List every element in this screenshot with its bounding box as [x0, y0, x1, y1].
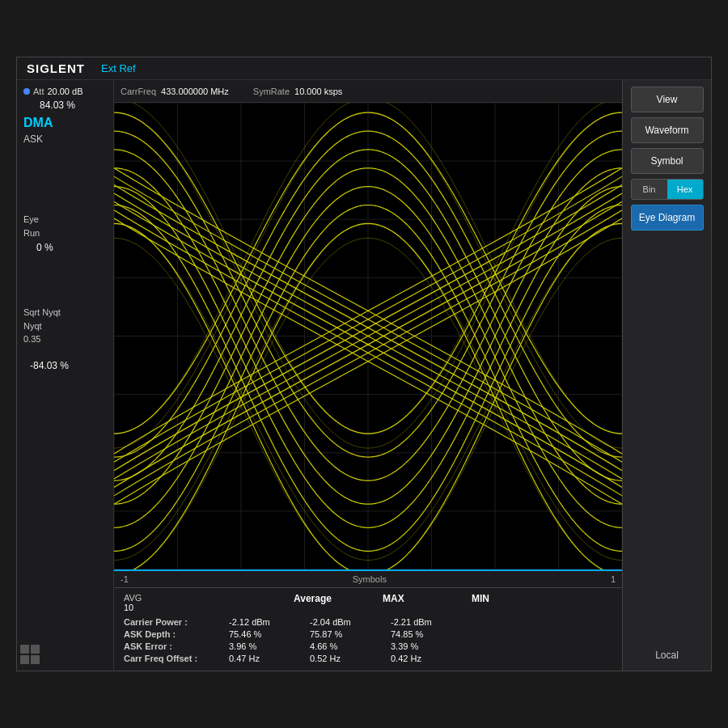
eye-label: Eye [23, 213, 107, 226]
stat-avg: 3.96 % [229, 641, 310, 651]
pct-mid-value: 0 % [36, 242, 53, 253]
stat-max: 75.87 % [310, 629, 391, 639]
run-label: Run [23, 226, 107, 240]
bin-button[interactable]: Bin [632, 180, 667, 199]
sym-rate-value: 10.000 ksps [294, 87, 342, 96]
stat-min: -2.21 dBm [391, 617, 472, 627]
brand-logo: SIGLENT [27, 61, 85, 75]
avg-label: AVG [124, 593, 172, 603]
x-right-label: 1 [611, 574, 616, 584]
stat-max: -2.04 dBm [310, 617, 391, 627]
stat-name: ASK Error : [124, 641, 229, 651]
pct-bot-value: -84.03 % [30, 360, 69, 371]
x-center-label: Symbols [129, 574, 611, 584]
stats-panel: AVG 10 Average MAX MIN Carrier Power : -… [114, 587, 622, 671]
att-label: Att [33, 87, 44, 96]
x-left-label: -1 [121, 574, 129, 584]
col-min: MIN [472, 593, 561, 612]
avg-value: 10 [124, 603, 172, 612]
stat-avg: 0.47 Hz [229, 654, 310, 663]
carr-freq-value: 433.000000 MHz [161, 87, 229, 96]
att-value: 20.00 dB [47, 87, 83, 96]
stat-min: 0.42 Hz [391, 654, 472, 663]
stat-max: 0.52 Hz [310, 654, 391, 663]
stat-name: Carrier Power : [124, 617, 229, 627]
table-row: Carrier Power : -2.12 dBm -2.04 dBm -2.2… [124, 617, 612, 627]
dma-label: DMA [23, 116, 107, 130]
right-control-panel: View Waveform Symbol Bin Hex Eye Diagram… [622, 80, 711, 671]
sqrt-nyqt-label: Sqrt Nyqt [23, 306, 107, 320]
left-info-panel: Att 20.00 dB 84.03 % DMA ASK Eye Run 0 %… [17, 80, 114, 671]
stat-min: 74.85 % [391, 629, 472, 639]
stat-min: 3.39 % [391, 641, 472, 651]
waveform-button[interactable]: Waveform [631, 117, 704, 143]
att-dot [23, 88, 30, 95]
eye-diagram-button[interactable]: Eye Diagram [631, 205, 704, 231]
eye-diagram-plot [114, 103, 622, 569]
col-avg: Average [294, 593, 383, 612]
table-row: ASK Error : 3.96 % 4.66 % 3.39 % [124, 641, 612, 651]
hex-button[interactable]: Hex [667, 180, 703, 199]
pct-top-value: 84.03 % [40, 99, 75, 111]
col-max: MAX [383, 593, 472, 612]
measurement-header: CarrFreq 433.000000 MHz SymRate 10.000 k… [114, 80, 622, 103]
stat-max: 4.66 % [310, 641, 391, 651]
ask-label: ASK [23, 133, 107, 145]
stat-name: Carr Freq Offset : [124, 654, 229, 663]
x-axis-bar: -1 Symbols 1 [114, 569, 622, 587]
table-row: Carr Freq Offset : 0.47 Hz 0.52 Hz 0.42 … [124, 654, 612, 663]
alpha-value: 0.35 [23, 332, 107, 346]
stat-avg: 75.46 % [229, 629, 310, 639]
view-button[interactable]: View [631, 87, 704, 112]
bin-hex-toggle[interactable]: Bin Hex [631, 179, 704, 200]
carr-freq-label: CarrFreq [121, 87, 156, 96]
symbol-button[interactable]: Symbol [631, 148, 704, 174]
grid-icon[interactable] [20, 645, 40, 664]
local-label: Local [655, 650, 679, 661]
nyqt-label: Nyqt [23, 320, 107, 333]
stat-avg: -2.12 dBm [229, 617, 310, 627]
sym-rate-label: SymRate [253, 87, 290, 96]
ext-ref-label: Ext Ref [101, 62, 136, 74]
table-row: ASK Depth : 75.46 % 75.87 % 74.85 % [124, 629, 612, 639]
stat-name: ASK Depth : [124, 629, 229, 639]
